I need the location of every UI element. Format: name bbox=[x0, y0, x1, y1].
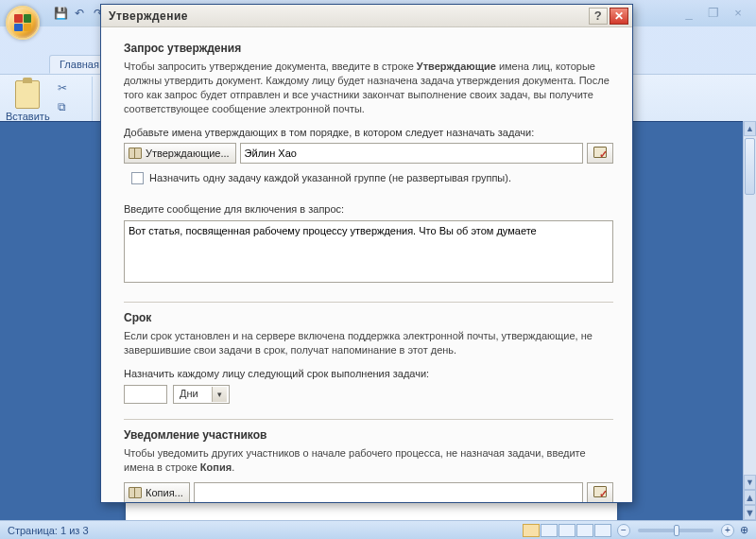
minimize-icon[interactable]: _ bbox=[680, 6, 697, 20]
section-request-title: Запрос утверждения bbox=[124, 41, 613, 56]
cc-picker-button[interactable]: Копия... bbox=[124, 482, 190, 502]
message-label: Введите сообщение для включения в запрос… bbox=[124, 202, 613, 217]
assign-group-checkbox[interactable] bbox=[131, 172, 144, 184]
approvers-input[interactable] bbox=[240, 143, 583, 164]
approvers-order-label: Добавьте имена утверждающих в том порядк… bbox=[124, 126, 613, 140]
section-due-title: Срок bbox=[124, 310, 613, 325]
address-book-icon bbox=[129, 148, 142, 159]
view-print-layout-icon[interactable] bbox=[523, 524, 540, 537]
view-outline-icon[interactable] bbox=[576, 524, 593, 537]
cc-check-names-button[interactable] bbox=[587, 482, 613, 502]
due-unit-value: Дни bbox=[180, 387, 198, 401]
check-names-icon bbox=[593, 486, 607, 499]
next-page-icon[interactable]: ▼ bbox=[744, 505, 756, 520]
section-cc-desc: Чтобы уведомить других участников о нача… bbox=[124, 446, 613, 475]
address-book-icon bbox=[129, 487, 142, 498]
prev-page-icon[interactable]: ▲ bbox=[744, 490, 756, 505]
dialog-body: Запрос утверждения Чтобы запросить утвер… bbox=[101, 27, 632, 502]
section-request-desc: Чтобы запросить утверждение документа, в… bbox=[124, 60, 613, 115]
save-icon[interactable]: 💾 bbox=[53, 6, 68, 21]
view-fullscreen-icon[interactable] bbox=[541, 524, 558, 537]
undo-icon[interactable]: ↶ bbox=[72, 6, 87, 21]
request-desc-pre: Чтобы запросить утверждение документа, в… bbox=[124, 61, 417, 72]
cc-input[interactable] bbox=[194, 482, 583, 502]
zoom-out-button[interactable]: − bbox=[617, 524, 630, 537]
dialog-close-button[interactable]: ✕ bbox=[610, 8, 628, 25]
due-unit-select[interactable]: Дни ▾ bbox=[173, 385, 230, 404]
vertical-scrollbar[interactable]: ▲ ▼ ▲ ▼ bbox=[743, 121, 756, 520]
cc-desc-post: . bbox=[232, 461, 234, 473]
office-button[interactable] bbox=[6, 6, 40, 40]
cut-icon[interactable]: ✂ bbox=[58, 81, 67, 95]
approvers-button-label: Утверждающие... bbox=[146, 148, 230, 159]
dialog-help-button[interactable]: ? bbox=[589, 8, 608, 25]
dialog-titlebar[interactable]: Утверждение ? ✕ bbox=[101, 5, 632, 27]
due-amount-input[interactable] bbox=[124, 385, 167, 404]
view-draft-icon[interactable] bbox=[594, 524, 611, 537]
check-names-button[interactable] bbox=[587, 143, 613, 164]
zoom-fit-icon[interactable]: ⊕ bbox=[740, 524, 748, 536]
divider-1 bbox=[124, 302, 613, 303]
cc-desc-pre: Чтобы уведомить других участников о нача… bbox=[124, 447, 586, 473]
assign-group-label: Назначить одну задачу каждой указанной г… bbox=[149, 171, 511, 185]
window-controls: _ ❐ × bbox=[680, 6, 747, 20]
restore-icon[interactable]: ❐ bbox=[705, 6, 722, 20]
copy-icon[interactable]: ⧉ bbox=[58, 100, 67, 113]
page-info: Страница: 1 из 3 bbox=[8, 525, 89, 536]
scroll-thumb[interactable] bbox=[745, 138, 755, 195]
divider-2 bbox=[124, 419, 613, 420]
view-web-icon[interactable] bbox=[558, 524, 576, 537]
office-logo-icon bbox=[14, 14, 31, 31]
message-textarea[interactable]: Вот статья, посвященная рабочему процесс… bbox=[124, 220, 613, 283]
status-bar: Страница: 1 из 3 − + ⊕ bbox=[0, 520, 756, 539]
zoom-in-button[interactable]: + bbox=[721, 524, 734, 537]
due-label: Назначить каждому лицу следующий срок вы… bbox=[124, 367, 613, 381]
cc-desc-bold: Копия bbox=[200, 461, 232, 473]
cc-button-label: Копия... bbox=[146, 487, 183, 498]
approval-dialog: Утверждение ? ✕ Запрос утверждения Чтобы… bbox=[100, 4, 633, 503]
zoom-slider[interactable] bbox=[638, 529, 713, 532]
scroll-down-icon[interactable]: ▼ bbox=[744, 475, 756, 490]
section-due-desc: Если срок установлен и на сервере включе… bbox=[124, 329, 613, 357]
section-cc-title: Уведомление участников bbox=[124, 427, 613, 443]
chevron-down-icon: ▾ bbox=[212, 387, 227, 402]
scroll-up-icon[interactable]: ▲ bbox=[744, 121, 756, 136]
request-desc-bold: Утверждающие bbox=[417, 61, 496, 72]
close-window-icon[interactable]: × bbox=[730, 6, 747, 20]
check-names-icon bbox=[593, 147, 607, 160]
dialog-title: Утверждение bbox=[109, 9, 188, 23]
clipboard-icon bbox=[15, 80, 40, 109]
approvers-picker-button[interactable]: Утверждающие... bbox=[124, 143, 236, 164]
